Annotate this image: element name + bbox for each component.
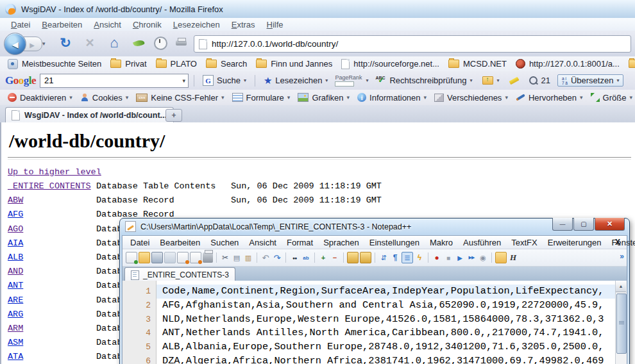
google-search-input[interactable] <box>43 75 182 86</box>
new-file-icon[interactable] <box>126 252 137 263</box>
history-dropdown-button[interactable] <box>42 40 46 47</box>
vertical-scrollbar[interactable] <box>615 281 627 364</box>
link-abw[interactable]: ABW <box>8 195 23 205</box>
minimize-button[interactable] <box>552 218 573 231</box>
zoom-in-icon[interactable] <box>318 252 328 263</box>
up-link[interactable]: Up to higher level <box>8 167 101 177</box>
np-menu-bearbeiten[interactable]: Bearbeiten <box>155 236 205 249</box>
bookmark-sourceforge[interactable]: http://sourceforge.net... <box>337 59 444 69</box>
textfx-icon[interactable] <box>508 252 518 263</box>
show-all-characters-icon[interactable] <box>390 252 400 263</box>
pagerank-widget[interactable]: PageRank <box>335 75 362 87</box>
open-containing-folder-icon[interactable] <box>495 252 507 263</box>
code-area[interactable]: Code,Name,Continent,Region,SurfaceArea,I… <box>157 281 615 364</box>
bookmark-folder-search[interactable]: Search <box>201 59 251 69</box>
macro-save-icon[interactable] <box>478 252 488 263</box>
menu-ansicht[interactable]: Ansicht <box>88 19 127 31</box>
open-file-icon[interactable] <box>139 252 150 263</box>
np-menu-sprachen[interactable]: Sprachen <box>318 236 364 249</box>
search-dropdown-icon[interactable] <box>182 78 185 84</box>
caret-icon[interactable] <box>366 78 368 83</box>
print-button[interactable] <box>172 34 190 52</box>
webdev-verschiedenes[interactable]: Verschiedenes <box>430 93 512 103</box>
macro-record-icon[interactable] <box>432 252 442 263</box>
editor[interactable]: 1 2 3 4 5 6 Code,Name,Continent,Region,S… <box>123 281 627 364</box>
np-menu-einstellungen[interactable]: Einstellungen <box>364 236 425 249</box>
np-menu-format[interactable]: Format <box>282 236 318 249</box>
link-aia[interactable]: AIA <box>8 238 23 248</box>
np-menu-close-document[interactable]: X <box>615 238 620 247</box>
restore-button[interactable] <box>573 218 594 231</box>
print-icon[interactable] <box>203 252 213 263</box>
link-afg[interactable]: AFG <box>8 210 23 219</box>
redo-icon[interactable] <box>272 252 282 263</box>
home-button[interactable] <box>105 34 123 52</box>
toolbar-overflow-icon[interactable] <box>620 252 624 261</box>
macro-stop-icon[interactable] <box>443 252 453 263</box>
np-menu-suchen[interactable]: Suchen <box>205 236 244 249</box>
url-bar[interactable] <box>194 35 631 53</box>
back-button[interactable] <box>4 33 26 55</box>
close-file-icon[interactable] <box>177 252 189 263</box>
np-menu-textfx[interactable]: TextFX <box>506 236 542 249</box>
menu-bearbeiten[interactable]: Bearbeiten <box>36 19 88 31</box>
paste-icon[interactable] <box>243 252 253 263</box>
np-menu-ausfuehren[interactable]: Ausführen <box>458 236 506 249</box>
replace-icon[interactable] <box>301 252 311 263</box>
save-icon[interactable] <box>151 252 163 263</box>
menu-chronik[interactable]: Chronik <box>127 19 167 31</box>
menu-hilfe[interactable]: Hilfe <box>261 19 289 31</box>
feed-button[interactable] <box>130 34 148 52</box>
link-ago[interactable]: AGO <box>8 224 23 234</box>
scrollbar-thumb[interactable] <box>616 294 627 354</box>
np-menu-makro[interactable]: Makro <box>425 236 458 249</box>
url-input[interactable] <box>212 39 626 49</box>
link-ant[interactable]: ANT <box>8 281 23 290</box>
sync-horizontal-icon[interactable] <box>360 252 371 263</box>
cut-icon[interactable] <box>220 252 230 263</box>
link-arg[interactable]: ARG <box>8 310 23 319</box>
word-wrap-icon[interactable] <box>378 252 389 263</box>
new-tab-button[interactable]: + <box>165 109 182 122</box>
scroll-up-arrow-icon[interactable] <box>616 281 626 292</box>
google-suche-button[interactable]: GSuche <box>199 75 250 86</box>
webdev-cookies[interactable]: Cookies <box>76 93 133 103</box>
link-entire-contents[interactable]: _ENTIRE_CONTENTS <box>8 181 91 191</box>
webdev-groesse[interactable]: Größe <box>587 93 635 103</box>
macro-play-icon[interactable] <box>455 252 465 263</box>
link-alb[interactable]: ALB <box>8 252 23 262</box>
np-menu-datei[interactable]: Datei <box>125 236 155 249</box>
zoom-out-icon[interactable] <box>330 252 340 263</box>
np-menu-erweiterungen[interactable]: Erweiterungen <box>543 236 607 249</box>
google-lesezeichen-button[interactable]: Lesezeichen <box>260 75 331 87</box>
find-icon[interactable] <box>289 252 300 263</box>
bookmark-folder-privat[interactable]: Privat <box>106 59 151 69</box>
stop-button[interactable] <box>81 34 99 52</box>
menu-lesezeichen[interactable]: Lesezeichen <box>167 19 226 31</box>
tab-wsgidav[interactable]: WsgiDAV - Index of /world-db/count... <box>5 107 174 123</box>
save-all-icon[interactable] <box>164 252 176 263</box>
send-to-button[interactable] <box>479 76 502 85</box>
close-all-icon[interactable] <box>190 252 201 263</box>
link-ata[interactable]: ATA <box>8 352 23 361</box>
history-button[interactable] <box>151 34 169 52</box>
bookmark-folder-finn-und-jannes[interactable]: Finn und Jannes <box>251 59 337 69</box>
bookmark-folder-plato[interactable]: PLATO <box>151 59 201 69</box>
document-tab[interactable]: _ENTIRE_CONTENTS-3 <box>124 267 235 282</box>
zoom-indicator[interactable]: 21 <box>526 76 553 85</box>
webdev-hervorheben[interactable]: Hervorheben <box>512 93 587 103</box>
menu-datei[interactable]: Datei <box>5 19 36 31</box>
undo-icon[interactable] <box>260 252 271 263</box>
webdev-css[interactable]: Keine CSS-Fehler <box>132 93 228 103</box>
indent-guide-icon[interactable] <box>402 252 413 263</box>
function-completion-icon[interactable] <box>414 252 425 263</box>
macro-run-multiple-icon[interactable] <box>466 252 477 263</box>
webdev-formulare[interactable]: Formulare <box>228 93 294 103</box>
translate-button[interactable]: Übersetzen <box>557 74 624 87</box>
highlight-button[interactable] <box>506 79 522 83</box>
reload-button[interactable] <box>56 34 74 52</box>
link-arm[interactable]: ARM <box>8 324 23 333</box>
bookmark-folder-tree-samples[interactable]: Tree Samples <box>624 59 635 69</box>
bookmark-folder-mcsd[interactable]: MCSD.NET <box>444 59 511 69</box>
close-button[interactable] <box>595 218 625 231</box>
